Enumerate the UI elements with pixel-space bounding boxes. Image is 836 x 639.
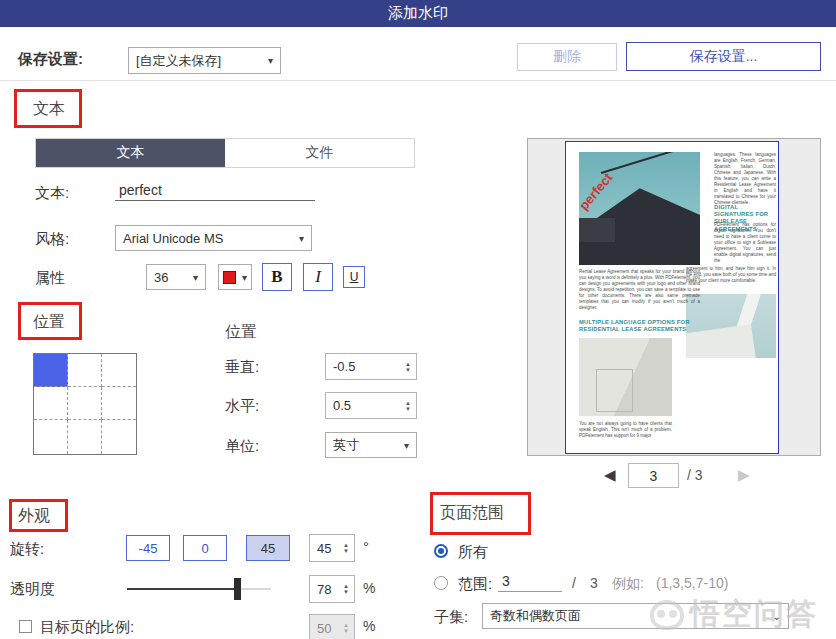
- tab-text[interactable]: 文本: [36, 139, 225, 167]
- scale-checkbox[interactable]: [19, 620, 32, 633]
- rotate-minus45-button[interactable]: -45: [126, 535, 170, 561]
- opacity-slider-track-filled[interactable]: [127, 588, 235, 590]
- preview-page: perfect languages. These languages are E…: [565, 141, 779, 454]
- preset-select[interactable]: [自定义未保存] ▾: [128, 47, 281, 74]
- position-section-heading: 位置: [33, 312, 65, 333]
- grid-cell-top-left-selected[interactable]: [34, 354, 68, 387]
- grid-cell[interactable]: [68, 420, 102, 454]
- opacity-slider-thumb[interactable]: [234, 578, 241, 600]
- subset-value: 奇数和偶数页面: [490, 607, 581, 625]
- next-page-icon[interactable]: ▶: [738, 466, 750, 484]
- page-range-heading: 页面范围: [440, 503, 504, 524]
- degree-symbol: °: [363, 538, 369, 555]
- all-pages-label: 所有: [458, 543, 488, 562]
- preview-photo-building: [579, 152, 700, 265]
- example-value: (1,3,5,7-10): [656, 575, 728, 591]
- annex-shape: [579, 218, 615, 243]
- position-heading: 位置: [225, 322, 257, 343]
- spin-down-icon[interactable]: ▼: [405, 367, 411, 373]
- vertical-label: 垂直:: [225, 358, 259, 377]
- spin-down-icon[interactable]: ▼: [405, 406, 411, 412]
- delete-button[interactable]: 删除: [517, 43, 617, 71]
- watermark-type-tabs: 文本 文件: [35, 138, 415, 168]
- page-total-label: / 3: [687, 467, 703, 483]
- range-slash: /: [572, 575, 576, 591]
- chevron-down-icon: ▾: [268, 55, 273, 66]
- font-size-value: 36: [154, 270, 168, 285]
- percent-symbol: %: [363, 580, 375, 596]
- unit-label: 单位:: [225, 437, 259, 456]
- font-family-select[interactable]: Arial Unicode MS ▾: [115, 225, 312, 251]
- scale-value: 50: [310, 621, 338, 636]
- tab-file[interactable]: 文件: [225, 139, 414, 167]
- appearance-section-heading: 外观: [18, 506, 50, 527]
- grid-cell[interactable]: [68, 354, 102, 387]
- rotate-label: 旋转:: [10, 540, 44, 559]
- chevron-down-icon: ▾: [193, 272, 198, 283]
- example-label: 例如:: [612, 575, 644, 593]
- attributes-label: 属性: [35, 269, 65, 288]
- railing-shape: [596, 369, 633, 412]
- rotate-value: 45: [310, 541, 338, 556]
- opacity-value: 78: [310, 582, 338, 597]
- preview-panel: perfect languages. These languages are E…: [527, 138, 821, 456]
- chevron-down-icon: ▾: [404, 440, 409, 451]
- scale-spinner-disabled: 50 ▲▼: [309, 614, 355, 639]
- range-input[interactable]: 3: [498, 573, 562, 592]
- font-size-select[interactable]: 36 ▾: [146, 264, 206, 290]
- font-color-picker[interactable]: ▾: [218, 264, 252, 290]
- watermark-text-input[interactable]: perfect: [115, 182, 315, 201]
- dialog-titlebar: 添加水印: [0, 0, 836, 27]
- dialog-title: 添加水印: [388, 4, 448, 23]
- scale-label: 目标页的比例:: [40, 618, 134, 637]
- wukong-watermark-text: 悟空问答: [690, 594, 818, 635]
- vertical-value: -0.5: [326, 359, 400, 374]
- wukong-logo-icon: [650, 600, 684, 630]
- horizontal-label: 水平:: [225, 397, 259, 416]
- preview-photo-white-building: [579, 338, 672, 416]
- preview-paragraph: PDFelement has options for digital signa…: [714, 222, 776, 264]
- roofline-shape: [601, 152, 700, 174]
- opacity-spinner[interactable]: 78 ▲▼: [309, 575, 355, 603]
- horizontal-spinner[interactable]: 0.5 ▲▼: [325, 392, 417, 419]
- range-total: 3: [590, 575, 598, 591]
- save-settings-label: 保存设置:: [18, 50, 83, 69]
- add-watermark-dialog: 添加水印 保存设置: [自定义未保存] ▾ 删除 保存设置... 文本 文本 文…: [0, 0, 836, 639]
- range-radio[interactable]: [434, 576, 448, 590]
- spin-down-icon: ▼: [343, 628, 349, 634]
- rotate-45-button-selected[interactable]: 45: [246, 535, 290, 561]
- preview-paragraph: Rental Lease Agreement that speaks for y…: [579, 269, 700, 311]
- grid-cell[interactable]: [34, 387, 68, 420]
- grid-cell[interactable]: [102, 387, 136, 420]
- save-settings-button[interactable]: 保存设置...: [626, 42, 821, 71]
- color-swatch-icon: [223, 271, 236, 284]
- unit-select[interactable]: 英寸 ▾: [325, 432, 417, 458]
- position-grid-selector[interactable]: [33, 353, 137, 455]
- preset-select-value: [自定义未保存]: [136, 52, 221, 70]
- rotate-0-button[interactable]: 0: [183, 535, 227, 561]
- underline-button[interactable]: U: [343, 266, 365, 288]
- unit-value: 英寸: [333, 436, 359, 454]
- grid-cell[interactable]: [102, 420, 136, 454]
- grid-cell[interactable]: [102, 354, 136, 387]
- opacity-label: 透明度: [10, 580, 55, 599]
- percent-symbol: %: [363, 618, 375, 634]
- bold-button[interactable]: B: [262, 263, 292, 291]
- rotate-spinner[interactable]: 45 ▲▼: [309, 534, 355, 562]
- spin-down-icon[interactable]: ▼: [343, 548, 349, 554]
- italic-button[interactable]: I: [303, 263, 333, 291]
- chevron-down-icon: ▾: [299, 233, 304, 244]
- grid-cell[interactable]: [34, 420, 68, 454]
- horizontal-value: 0.5: [326, 398, 400, 413]
- all-pages-radio-selected[interactable]: [434, 544, 448, 558]
- vertical-spinner[interactable]: -0.5 ▲▼: [325, 353, 417, 380]
- spin-down-icon[interactable]: ▼: [343, 589, 349, 595]
- range-label: 范围:: [458, 575, 492, 594]
- font-family-value: Arial Unicode MS: [123, 231, 223, 246]
- opacity-slider-track-rest[interactable]: [241, 588, 271, 590]
- prev-page-icon[interactable]: ◀: [604, 466, 616, 484]
- font-style-label: 风格:: [35, 230, 69, 249]
- preview-paragraph: You are not always going to have clients…: [579, 421, 672, 439]
- grid-cell[interactable]: [68, 387, 102, 420]
- page-number-input[interactable]: 3: [628, 463, 679, 488]
